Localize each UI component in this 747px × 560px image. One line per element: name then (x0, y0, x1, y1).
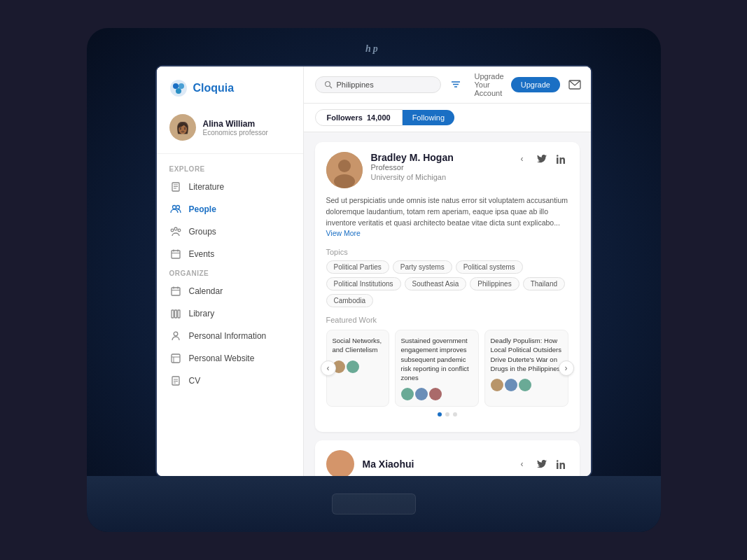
author-avatar (401, 388, 414, 400)
events-icon (169, 248, 182, 260)
svg-point-3 (179, 83, 184, 89)
featured-scroll-container: ‹ Social Networks, and Clientelism (326, 330, 568, 407)
organize-label: Organize (157, 265, 303, 280)
view-more-link[interactable]: View More (326, 229, 361, 237)
svg-rect-14 (172, 251, 180, 258)
topics-section: Topics Political Parties Party systems P… (326, 248, 568, 307)
profile-name-2-wrap: Ma Xiaohui (363, 458, 414, 470)
followers-label: Followers (327, 113, 363, 122)
svg-point-43 (338, 160, 351, 172)
people-label: People (189, 204, 216, 214)
sidebar-item-literature[interactable]: Literature (157, 176, 303, 198)
svg-rect-18 (172, 288, 180, 295)
groups-label: Groups (189, 227, 216, 237)
following-button[interactable]: Following (403, 110, 454, 125)
topbar-right: 👩🏾 (567, 75, 591, 94)
svg-point-9 (172, 206, 176, 209)
topics-grid: Political Parties Party systems Politica… (326, 260, 568, 307)
social-icons-2: ‹ (515, 457, 568, 471)
sidebar-item-calendar[interactable]: Calendar (157, 280, 303, 302)
svg-point-46 (557, 155, 559, 157)
work-title-1: Social Networks, and Clientelism (333, 336, 383, 355)
profile-avatar-2 (326, 450, 354, 476)
topbar: Philippines Upgrade Your Account Upgrade (304, 66, 591, 104)
work-title-2: Sustained government engagement improves… (401, 336, 473, 382)
calendar-label: Calendar (189, 286, 223, 296)
mail-icon[interactable] (567, 77, 582, 92)
dot-2[interactable] (445, 412, 449, 416)
personal-website-label: Personal Website (189, 354, 255, 363)
featured-scroll: Social Networks, and Clientelism Su (326, 330, 568, 407)
dot-1[interactable] (438, 412, 442, 416)
upgrade-button[interactable]: Upgrade (511, 77, 560, 92)
svg-rect-47 (557, 463, 559, 469)
work-authors-1 (333, 360, 383, 373)
sidebar-item-personal-information[interactable]: Personal Information (157, 325, 303, 347)
author-avatar (347, 360, 359, 373)
topic-tag[interactable]: Political Institutions (326, 277, 401, 290)
calendar-icon (169, 285, 182, 298)
events-label: Events (189, 249, 215, 259)
followers-bar: Followers 14,000 Following (304, 104, 591, 132)
search-icon (324, 80, 333, 89)
author-avatar (415, 388, 428, 400)
linkedin-icon[interactable] (554, 152, 568, 166)
svg-point-27 (174, 332, 178, 336)
topic-tag[interactable]: Philippines (470, 277, 519, 290)
content-area: Bradley M. Hogan Professor University of… (304, 132, 591, 476)
author-avatar (429, 388, 442, 400)
following-label: Following (412, 113, 445, 122)
topic-tag[interactable]: Political Parties (326, 260, 389, 274)
groups-icon (169, 225, 182, 238)
twitter-2-icon[interactable] (535, 457, 549, 471)
main-content: Philippines Upgrade Your Account Upgrade (304, 66, 591, 476)
prev-arrow-2-icon[interactable]: ‹ (515, 457, 529, 471)
svg-rect-45 (557, 158, 559, 164)
sidebar-item-cv[interactable]: CV (157, 370, 303, 392)
svg-point-13 (178, 229, 181, 232)
work-card-3: Deadly Populism: How Local Political Out… (484, 330, 568, 407)
sidebar-item-people[interactable]: People (157, 198, 303, 220)
filter-icon[interactable] (451, 79, 461, 90)
profile-card-1: Bradley M. Hogan Professor University of… (315, 142, 580, 432)
sidebar-item-personal-website[interactable]: Personal Website (157, 347, 303, 370)
person-icon (169, 330, 182, 342)
prev-arrow-icon[interactable]: ‹ (515, 152, 529, 166)
author-avatar (505, 379, 517, 391)
profile-header-2: Ma Xiaohui ‹ (326, 450, 568, 476)
people-icon (169, 203, 182, 216)
search-box[interactable]: Philippines (315, 76, 441, 93)
topic-tag[interactable]: Thailand (523, 277, 565, 290)
sidebar-item-events[interactable]: Events (157, 243, 303, 265)
search-input[interactable]: Philippines (337, 80, 374, 89)
svg-line-36 (330, 86, 332, 88)
linkedin-2-icon[interactable] (554, 457, 568, 471)
profile-university-1: University of Michigan (371, 173, 507, 181)
personal-information-label: Personal Information (189, 331, 267, 341)
trackpad[interactable] (332, 493, 416, 514)
app-container: Cloquia 👩🏾 Alina William Economics profe… (157, 66, 591, 476)
svg-point-4 (176, 88, 181, 94)
profile-title-1: Professor (371, 163, 507, 172)
sidebar-item-library[interactable]: Library (157, 302, 303, 325)
topic-tag[interactable]: Party systems (393, 260, 452, 274)
work-title-3: Deadly Populism: How Local Political Out… (491, 336, 562, 373)
featured-label: Featured Work (326, 316, 568, 324)
profile-card-2: Ma Xiaohui ‹ (315, 440, 580, 476)
library-icon (169, 307, 182, 320)
svg-point-11 (174, 227, 177, 230)
topic-tag[interactable]: Southeast Asia (405, 277, 467, 290)
sidebar-item-groups[interactable]: Groups (157, 220, 303, 243)
svg-point-44 (334, 174, 355, 188)
author-avatar (519, 379, 531, 391)
scroll-right-arrow[interactable]: › (559, 360, 574, 376)
user-name: Alina William (203, 119, 268, 129)
topic-tag[interactable]: Political systems (456, 260, 523, 274)
dot-3[interactable] (453, 412, 457, 416)
scroll-left-arrow[interactable]: ‹ (321, 360, 336, 376)
svg-rect-26 (178, 310, 180, 318)
cv-label: CV (189, 376, 201, 386)
twitter-icon[interactable] (535, 152, 549, 166)
topic-tag[interactable]: Cambodia (326, 294, 374, 307)
profile-name-1: Bradley M. Hogan (371, 152, 507, 163)
